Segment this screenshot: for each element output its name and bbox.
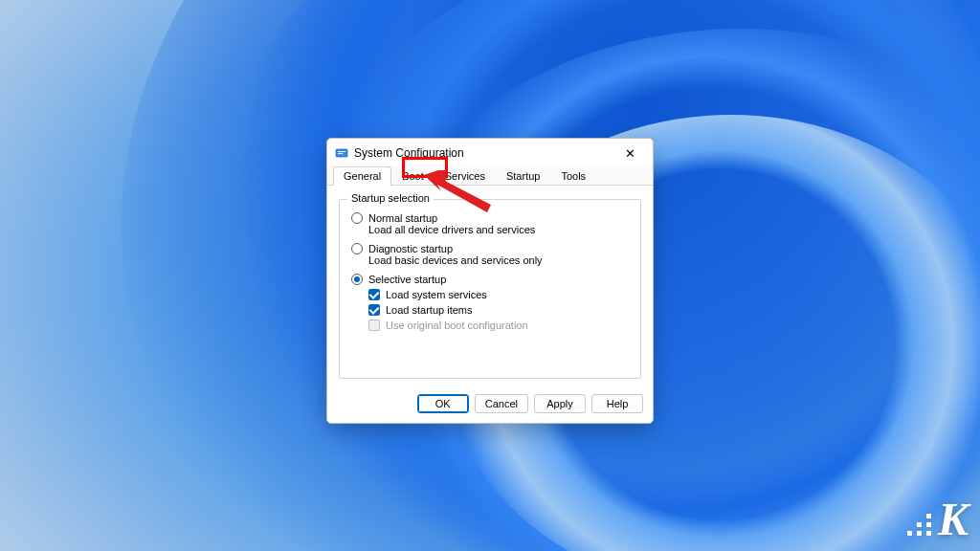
tab-tools[interactable]: Tools (550, 166, 596, 186)
option-diagnostic-startup[interactable]: Diagnostic startup Load basic devices an… (351, 243, 631, 266)
tab-startup[interactable]: Startup (496, 166, 550, 186)
watermark: K (907, 493, 969, 545)
titlebar: System Configuration ✕ (327, 139, 653, 165)
close-icon: ✕ (625, 147, 635, 160)
option-sublabel: Load basic devices and services only (368, 254, 631, 266)
svg-rect-1 (338, 151, 345, 152)
checkbox-load-startup-items[interactable]: Load startup items (368, 304, 631, 316)
radio-icon (351, 274, 363, 285)
checkbox-load-system-services[interactable]: Load system services (368, 289, 631, 300)
option-label: Diagnostic startup (368, 243, 453, 254)
msconfig-icon (335, 146, 348, 160)
checkbox-icon (368, 304, 380, 316)
option-selective-startup[interactable]: Selective startup Load system services L… (351, 274, 631, 331)
ok-button[interactable]: OK (417, 394, 469, 413)
option-label: Selective startup (368, 274, 446, 285)
close-button[interactable]: ✕ (614, 143, 645, 164)
checkbox-icon (368, 289, 380, 300)
cancel-button[interactable]: Cancel (475, 394, 528, 413)
svg-rect-2 (338, 153, 343, 154)
option-sublabel: Load all device drivers and services (368, 224, 631, 235)
group-legend: Startup selection (347, 192, 434, 204)
watermark-dots-icon (907, 514, 932, 536)
dialog-buttons: OK Cancel Apply Help (327, 386, 653, 423)
watermark-letter: K (938, 493, 969, 545)
annotation-arrow-icon (424, 170, 501, 218)
checkbox-icon (368, 320, 380, 331)
radio-icon (351, 243, 363, 254)
startup-selection-group: Startup selection Normal startup Load al… (339, 199, 641, 379)
apply-button[interactable]: Apply (534, 394, 586, 413)
checkbox-use-original-boot-configuration: Use original boot configuration (368, 320, 631, 331)
help-button[interactable]: Help (591, 394, 643, 413)
dialog-title: System Configuration (354, 146, 614, 160)
checkbox-label: Load startup items (386, 304, 473, 316)
tab-general[interactable]: General (333, 166, 391, 186)
checkbox-label: Use original boot configuration (386, 320, 528, 331)
checkbox-label: Load system services (386, 289, 487, 300)
radio-icon (351, 212, 363, 224)
